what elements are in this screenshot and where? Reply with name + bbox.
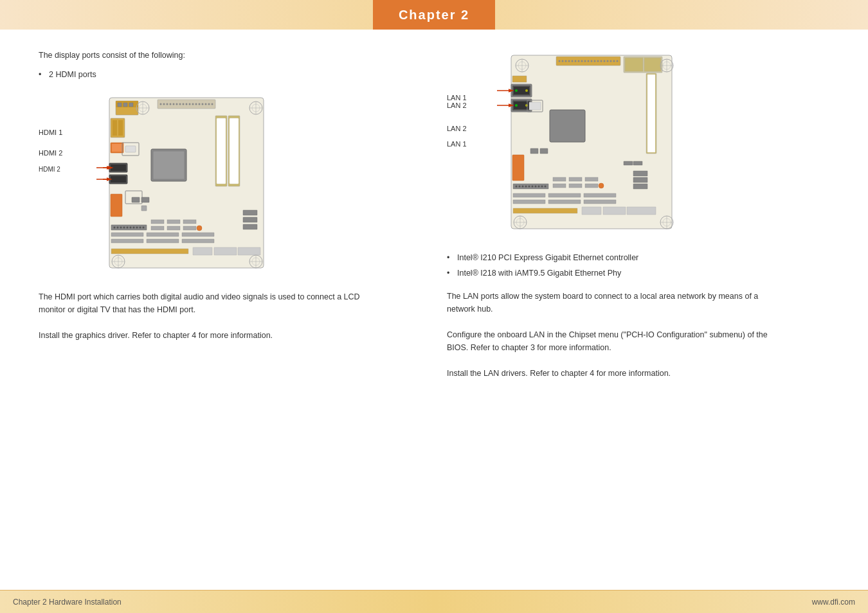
left-column: The display ports consist of the followi…	[0, 30, 434, 590]
svg-point-163	[538, 186, 540, 188]
svg-rect-173	[633, 171, 647, 176]
svg-point-156	[516, 186, 518, 188]
bullet-item-hdmi: 2 HDMI ports	[39, 68, 415, 81]
svg-rect-34	[118, 120, 123, 136]
svg-point-104	[559, 60, 561, 62]
hdmi-bullet-list: 2 HDMI ports	[39, 68, 415, 81]
svg-rect-152	[540, 148, 548, 154]
svg-rect-181	[584, 200, 616, 204]
svg-rect-74	[243, 210, 257, 215]
right-bottom-texts: The LAN ports allow the system board to …	[447, 290, 849, 380]
svg-rect-183	[582, 207, 601, 215]
motherboard-svg-right	[492, 49, 678, 238]
svg-point-134	[525, 89, 528, 92]
svg-point-13	[167, 103, 168, 105]
svg-rect-71	[167, 226, 180, 230]
svg-rect-51	[111, 194, 122, 217]
svg-point-15	[173, 103, 175, 105]
svg-point-113	[588, 60, 590, 62]
svg-rect-67	[151, 220, 164, 224]
svg-point-112	[584, 60, 586, 62]
hdmi-side-labels: HDMI 1 HDMI 2 HDMI 2	[39, 91, 90, 173]
svg-rect-68	[167, 220, 180, 224]
svg-rect-168	[585, 177, 598, 181]
hdmi1-label-group: HDMI 1	[39, 129, 90, 136]
svg-point-23	[199, 103, 201, 105]
svg-rect-70	[151, 226, 164, 230]
svg-point-121	[613, 60, 615, 62]
svg-rect-171	[585, 184, 598, 188]
svg-rect-56	[111, 225, 147, 230]
svg-point-161	[532, 186, 534, 188]
svg-rect-179	[513, 200, 545, 204]
svg-rect-184	[603, 207, 626, 215]
svg-rect-149	[647, 75, 655, 152]
svg-point-114	[591, 60, 593, 62]
lan-description: The LAN ports allow the system board to …	[447, 290, 781, 315]
lan1-lan2-labels: LAN 1 LAN 2	[447, 94, 492, 109]
svg-point-65	[140, 227, 141, 229]
svg-rect-153	[624, 161, 633, 165]
lan-bullet-list: Intel® I210 PCI Express Gigabit Ethernet…	[447, 251, 849, 280]
left-bottom-texts: The HDMI port which carries both digital…	[39, 290, 415, 342]
svg-rect-182	[513, 208, 577, 213]
svg-rect-38	[230, 118, 239, 184]
svg-point-73	[197, 226, 202, 231]
svg-rect-177	[548, 193, 581, 197]
header-right-decoration	[495, 0, 868, 30]
svg-point-159	[525, 186, 527, 188]
svg-rect-180	[548, 200, 581, 204]
svg-point-111	[581, 60, 583, 62]
svg-rect-176	[513, 193, 545, 197]
install-lan-text: Install the LAN drivers. Refer to chapte…	[447, 367, 781, 380]
svg-rect-170	[569, 184, 582, 188]
footer-bar: Chapter 2 Hardware Installation www.dfi.…	[0, 590, 868, 613]
svg-rect-40	[112, 144, 122, 152]
svg-rect-3	[118, 103, 122, 107]
svg-rect-185	[627, 207, 656, 215]
svg-point-165	[545, 186, 547, 188]
svg-point-162	[535, 186, 537, 188]
svg-point-19	[186, 103, 188, 105]
svg-point-117	[601, 60, 602, 62]
lan-diagram: LAN 1 LAN 2 LAN 2 LAN 1	[447, 49, 849, 238]
svg-rect-175	[633, 184, 647, 189]
svg-rect-169	[553, 184, 566, 188]
footer-website: www.dfi.com	[812, 598, 855, 607]
svg-point-62	[130, 227, 132, 229]
hdmi-diagram: HDMI 1 HDMI 2 HDMI 2	[39, 91, 415, 278]
svg-point-18	[183, 103, 185, 105]
lan1-label-group: LAN 1	[447, 140, 492, 148]
svg-rect-79	[182, 233, 214, 236]
install-graphics-text: Install the graphics driver. Refer to ch…	[39, 329, 360, 342]
header-center: Chapter 2	[373, 0, 495, 30]
svg-point-157	[519, 186, 521, 188]
svg-rect-76	[243, 224, 257, 229]
svg-point-59	[120, 227, 122, 229]
svg-point-164	[541, 186, 543, 188]
svg-rect-154	[633, 161, 642, 165]
svg-point-21	[192, 103, 194, 105]
header-left-decoration	[0, 0, 373, 30]
svg-point-158	[522, 186, 524, 188]
svg-point-16	[176, 103, 178, 105]
svg-rect-84	[193, 247, 212, 255]
svg-point-110	[578, 60, 580, 62]
svg-rect-86	[238, 247, 260, 255]
footer-chapter-text: Chapter 2 Hardware Installation	[13, 598, 122, 607]
svg-rect-37	[217, 118, 226, 184]
hdmi2-label-group-bottom: HDMI 2	[39, 166, 90, 173]
svg-rect-75	[243, 217, 257, 222]
lan1-label-top: LAN 1	[447, 94, 467, 102]
svg-point-58	[117, 227, 119, 229]
svg-rect-166	[553, 177, 566, 181]
svg-point-109	[575, 60, 577, 62]
hdmi1-label: HDMI 1	[39, 129, 62, 136]
svg-point-119	[607, 60, 609, 62]
lan-side-labels: LAN 1 LAN 2 LAN 2 LAN 1	[447, 49, 492, 148]
svg-rect-33	[113, 120, 117, 136]
svg-point-107	[568, 60, 570, 62]
svg-rect-167	[569, 177, 582, 181]
svg-rect-69	[183, 220, 196, 224]
svg-point-22	[195, 103, 197, 105]
